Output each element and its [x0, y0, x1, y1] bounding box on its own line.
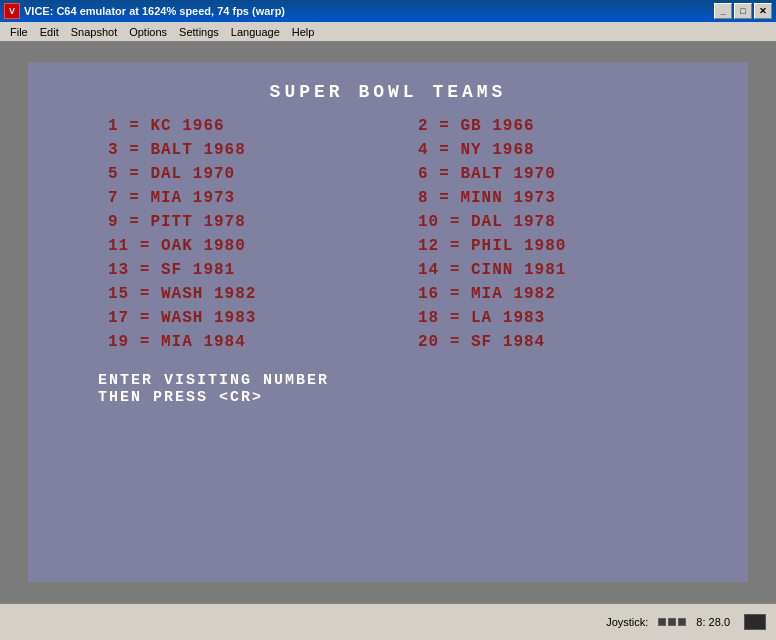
title-buttons: _ □ ✕ [714, 3, 772, 19]
team-row-right-4: 8 = MINN 1973 [388, 186, 678, 210]
team-row-left-3: 5 = DAL 1970 [98, 162, 388, 186]
title-bar-left: V VICE: C64 emulator at 1624% speed, 74 … [4, 3, 285, 19]
team-row-right-5: 10 = DAL 1978 [388, 210, 678, 234]
joy-dot-1 [658, 618, 666, 626]
window-title: VICE: C64 emulator at 1624% speed, 74 fp… [24, 5, 285, 17]
speed-indicator: 8: 28.0 [696, 616, 730, 628]
team-row-left-4: 7 = MIA 1973 [98, 186, 388, 210]
joystick-label: Joystick: [606, 616, 648, 628]
team-row-left-1: 1 = KC 1966 [98, 114, 388, 138]
prompt-line-2: THEN PRESS <CR> [98, 389, 678, 406]
screen-title: SUPER BOWL TEAMS [270, 82, 507, 102]
minimize-button[interactable]: _ [714, 3, 732, 19]
prompt-line-1: ENTER VISITING NUMBER [98, 372, 678, 389]
joy-dot-3 [678, 618, 686, 626]
menu-snapshot[interactable]: Snapshot [65, 24, 123, 40]
status-bar: Joystick: 8: 28.0 [0, 602, 776, 640]
c64-screen: SUPER BOWL TEAMS 1 = KC 19662 = GB 19663… [28, 62, 748, 582]
team-row-right-6: 12 = PHIL 1980 [388, 234, 678, 258]
team-row-left-10: 19 = MIA 1984 [98, 330, 388, 354]
emulator-area: SUPER BOWL TEAMS 1 = KC 19662 = GB 19663… [0, 42, 776, 602]
maximize-button[interactable]: □ [734, 3, 752, 19]
title-bar: V VICE: C64 emulator at 1624% speed, 74 … [0, 0, 776, 22]
menu-bar: File Edit Snapshot Options Settings Lang… [0, 22, 776, 42]
team-row-right-10: 20 = SF 1984 [388, 330, 678, 354]
input-prompt: ENTER VISITING NUMBER THEN PRESS <CR> [98, 372, 678, 406]
menu-help[interactable]: Help [286, 24, 321, 40]
menu-settings[interactable]: Settings [173, 24, 225, 40]
team-row-left-5: 9 = PITT 1978 [98, 210, 388, 234]
team-row-left-8: 15 = WASH 1982 [98, 282, 388, 306]
team-row-left-9: 17 = WASH 1983 [98, 306, 388, 330]
team-row-right-1: 2 = GB 1966 [388, 114, 678, 138]
screen-content: SUPER BOWL TEAMS 1 = KC 19662 = GB 19663… [38, 82, 738, 406]
team-row-right-2: 4 = NY 1968 [388, 138, 678, 162]
joystick-indicator [658, 618, 686, 626]
team-row-right-9: 18 = LA 1983 [388, 306, 678, 330]
team-row-left-7: 13 = SF 1981 [98, 258, 388, 282]
team-row-left-6: 11 = OAK 1980 [98, 234, 388, 258]
team-row-right-3: 6 = BALT 1970 [388, 162, 678, 186]
menu-edit[interactable]: Edit [34, 24, 65, 40]
menu-language[interactable]: Language [225, 24, 286, 40]
app-icon: V [4, 3, 20, 19]
team-row-left-2: 3 = BALT 1968 [98, 138, 388, 162]
teams-grid: 1 = KC 19662 = GB 19663 = BALT 19684 = N… [98, 114, 678, 354]
menu-file[interactable]: File [4, 24, 34, 40]
close-button[interactable]: ✕ [754, 3, 772, 19]
joy-dot-2 [668, 618, 676, 626]
team-row-right-7: 14 = CINN 1981 [388, 258, 678, 282]
team-row-right-8: 16 = MIA 1982 [388, 282, 678, 306]
drive-indicator [744, 614, 766, 630]
menu-options[interactable]: Options [123, 24, 173, 40]
